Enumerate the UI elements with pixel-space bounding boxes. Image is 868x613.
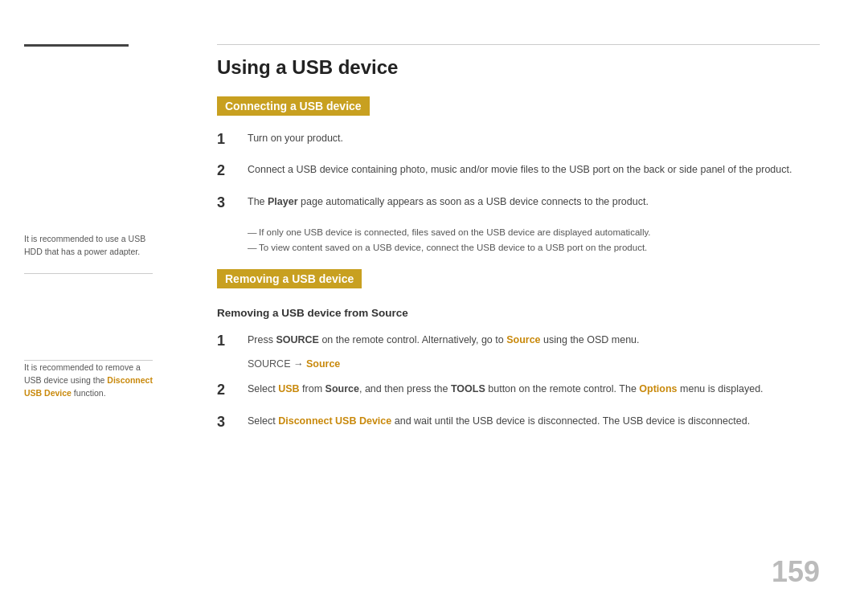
step2-3: 3 Select Disconnect USB Device and wait … bbox=[217, 413, 820, 431]
tools-bold: TOOLS bbox=[451, 383, 485, 394]
note-line-1: If only one USB device is connected, fil… bbox=[248, 225, 820, 239]
sidebar-note2-text2: function. bbox=[72, 388, 106, 398]
sidebar-divider-2 bbox=[24, 360, 153, 361]
section2-steps: 1 Press SOURCE on the remote control. Al… bbox=[217, 332, 820, 350]
section1-steps: 1 Turn on your product. 2 Connect a USB … bbox=[217, 130, 820, 212]
section2-heading: Removing a USB device bbox=[217, 269, 362, 288]
sidebar-note-2: It is recommended to remove a USB device… bbox=[24, 362, 153, 399]
section-removing: Removing a USB device Removing a USB dev… bbox=[217, 269, 820, 431]
step1-1: 1 Turn on your product. bbox=[217, 130, 820, 149]
subsection-heading: Removing a USB device from Source bbox=[217, 307, 820, 319]
step1-2: 2 Connect a USB device containing photo,… bbox=[217, 161, 820, 180]
usb-link: USB bbox=[278, 383, 299, 394]
section1-notes: If only one USB device is connected, fil… bbox=[248, 225, 820, 255]
step2-1-text: Press SOURCE on the remote control. Alte… bbox=[248, 332, 640, 348]
source-gold: Source bbox=[306, 358, 340, 370]
step1-1-text: Turn on your product. bbox=[248, 130, 343, 146]
options-link: Options bbox=[639, 383, 677, 394]
step-number: 2 bbox=[217, 381, 240, 399]
note-line-2: To view content saved on a USB device, c… bbox=[248, 240, 820, 255]
step2-2: 2 Select USB from Source, and then press… bbox=[217, 381, 820, 399]
step-number: 3 bbox=[217, 194, 240, 212]
source-bold: SOURCE bbox=[276, 334, 318, 345]
step-number: 3 bbox=[217, 413, 240, 431]
step1-2-text: Connect a USB device containing photo, m… bbox=[248, 161, 792, 178]
step1-3: 3 The Player page automatically appears … bbox=[217, 194, 820, 212]
main-content: Using a USB device Connecting a USB devi… bbox=[177, 0, 868, 613]
sidebar-top-bar bbox=[24, 44, 129, 47]
top-divider bbox=[217, 44, 820, 45]
step-number: 2 bbox=[217, 161, 240, 180]
section2-steps-2: 2 Select USB from Source, and then press… bbox=[217, 381, 820, 431]
sidebar: It is recommended to use a USB HDD that … bbox=[0, 0, 177, 613]
step1-3-text: The Player page automatically appears as… bbox=[248, 194, 649, 210]
source-link: Source bbox=[506, 334, 540, 345]
player-bold: Player bbox=[268, 196, 298, 207]
step2-3-text: Select Disconnect USB Device and wait un… bbox=[248, 413, 750, 429]
page-title: Using a USB device bbox=[217, 56, 820, 79]
disconnect-link: Disconnect USB Device bbox=[278, 415, 391, 427]
section1-heading: Connecting a USB device bbox=[217, 96, 370, 116]
sidebar-note-1: It is recommended to use a USB HDD that … bbox=[24, 233, 153, 259]
step-number: 1 bbox=[217, 332, 240, 350]
section-connecting: Connecting a USB device 1 Turn on your p… bbox=[217, 96, 820, 255]
step-number: 1 bbox=[217, 130, 240, 149]
sidebar-divider-1 bbox=[24, 273, 153, 274]
step2-2-text: Select USB from Source, and then press t… bbox=[248, 381, 764, 397]
source-arrow: SOURCE → Source bbox=[248, 358, 820, 370]
source-bold2: Source bbox=[326, 383, 359, 394]
step2-1: 1 Press SOURCE on the remote control. Al… bbox=[217, 332, 820, 350]
page-number: 159 bbox=[772, 555, 820, 589]
